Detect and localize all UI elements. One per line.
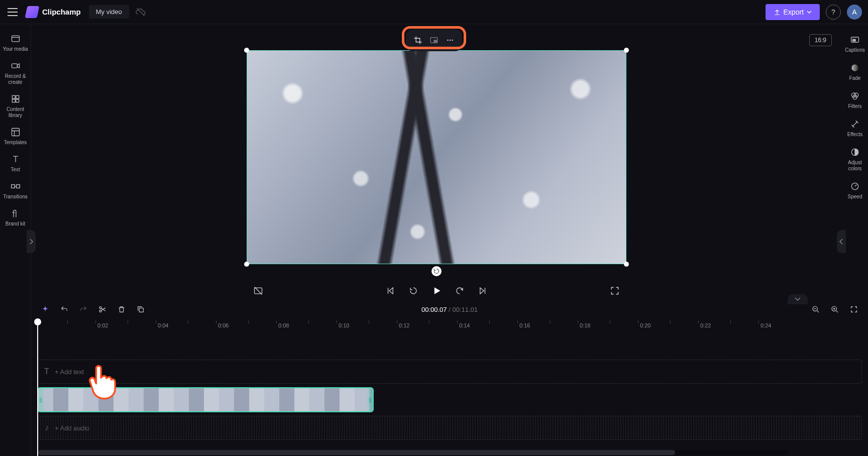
fullscreen-icon [610,286,620,296]
timeline-panel: 00:00.07 / 00:11.01 0:020:040:060:080:10… [31,299,868,456]
svg-rect-5 [16,99,19,102]
text-track-placeholder: + Add text [55,368,84,376]
ruler-tick: 0:18 [580,322,590,328]
rotate-icon [433,268,440,274]
sidebar-item-text[interactable]: Text [0,150,31,177]
total-duration: 00:11.01 [452,306,478,313]
zoom-in-button[interactable] [829,303,841,315]
pip-icon [429,36,439,45]
sidebar-item-filters[interactable]: Filters [842,86,868,113]
help-button[interactable]: ? [826,5,841,20]
delete-button[interactable] [116,303,128,315]
resize-handle-tl[interactable] [244,48,249,53]
video-track[interactable]: || || [37,387,862,413]
svg-rect-4 [12,99,15,102]
clip-floating-toolbar [406,29,462,51]
svg-rect-7 [11,185,15,188]
library-icon [10,93,21,104]
sidebar-item-fade[interactable]: Fade [842,58,868,85]
sidebar-item-speed[interactable]: Speed [842,177,868,204]
next-frame-button[interactable] [474,282,491,299]
more-button[interactable] [443,33,457,47]
user-avatar[interactable]: A [847,5,862,20]
logo-mark-icon [25,6,39,18]
resize-handle-bl[interactable] [244,262,249,267]
camera-icon [10,60,21,71]
sidebar-label: Templates [4,140,27,146]
fullscreen-button[interactable] [606,282,623,299]
sidebar-item-templates[interactable]: Templates [0,123,31,150]
zoom-out-button[interactable] [810,303,822,315]
brand-name: Clipchamp [42,8,81,16]
resize-handle-tr[interactable] [624,48,629,53]
pip-button[interactable] [427,33,441,47]
forward-button[interactable] [451,282,468,299]
text-track-icon: T [43,367,51,376]
playhead[interactable] [37,321,38,456]
sidebar-label: Record & create [1,73,30,85]
filters-icon [849,90,860,101]
prev-frame-button[interactable] [382,282,399,299]
effects-icon [849,119,860,130]
fit-button[interactable] [848,303,860,315]
forward-icon [455,286,464,295]
clip-trim-left[interactable]: || [38,388,43,411]
sidebar-label: Effects [847,132,862,138]
crop-icon [413,36,422,45]
timeline-ruler[interactable]: 0:020:040:060:080:100:120:140:160:180:20… [37,319,862,334]
sidebar-label: Filters [848,103,861,109]
undo-icon [60,305,68,313]
svg-rect-2 [12,95,15,98]
undo-button[interactable] [58,303,70,315]
media-icon [10,33,21,44]
cloud-sync-off-icon[interactable] [135,7,146,18]
play-button[interactable] [428,282,445,299]
redo-button[interactable] [77,303,89,315]
sidebar-item-your-media[interactable]: Your media [0,29,31,56]
split-button[interactable] [96,303,108,315]
svg-rect-0 [12,36,19,42]
sidebar-item-adjust-colors[interactable]: Adjust colors [842,143,868,176]
ruler-tick: 0:12 [399,322,409,328]
sidebar-item-record-create[interactable]: Record & create [0,56,31,89]
ruler-tick: 0:10 [339,322,349,328]
rewind-button[interactable] [405,282,422,299]
ruler-tick: 0:16 [519,322,530,328]
templates-icon [10,127,21,138]
svg-point-11 [851,64,858,71]
zoom-in-icon [831,305,839,313]
crop-button[interactable] [411,33,425,47]
text-track[interactable]: T + Add text [37,360,862,384]
sidebar-label: Transitions [3,194,28,200]
sidebar-item-brand-kit[interactable]: Brand kit [0,204,31,231]
fit-icon [850,305,858,313]
menu-button[interactable] [6,6,19,19]
right-sidebar: cc Captions Fade Filters Effects Adjust … [842,24,868,299]
app-header: Clipchamp My video Export ? A [0,0,868,24]
svg-rect-8 [16,185,20,188]
audio-waveform [38,416,861,439]
timeline-scrollbar[interactable] [38,450,788,455]
rotate-handle[interactable] [431,266,442,276]
duplicate-button[interactable] [135,303,147,315]
ruler-tick: 0:04 [158,322,168,328]
video-clip[interactable]: || || [37,387,374,412]
sidebar-item-content-library[interactable]: Content library [0,89,31,123]
export-button[interactable]: Export [766,4,820,20]
ruler-tick: 0:08 [278,322,289,328]
sidebar-item-captions[interactable]: cc Captions [842,30,868,57]
preview-area [31,24,842,299]
clip-trim-right[interactable]: || [368,388,373,411]
timeline-zoom-controls [810,303,860,315]
video-preview-canvas[interactable] [247,50,626,264]
sidebar-item-effects[interactable]: Effects [842,115,868,142]
auto-button[interactable] [39,303,51,315]
resize-handle-br[interactable] [624,262,629,267]
sidebar-item-transitions[interactable]: Transitions [0,177,31,204]
ellipsis-icon [446,36,455,45]
project-name-field[interactable]: My video [89,5,129,19]
audio-track[interactable]: ♪ + Add audio [37,416,862,440]
hide-preview-button[interactable] [250,282,267,299]
image-off-icon [253,286,263,296]
avatar-initial: A [852,8,856,16]
